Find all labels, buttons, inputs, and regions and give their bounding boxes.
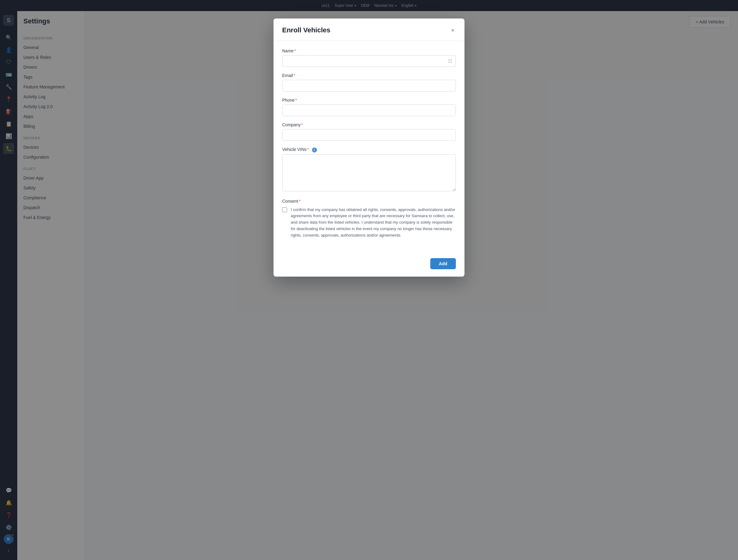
vehicle-vins-textarea[interactable] (282, 154, 456, 191)
email-input[interactable] (282, 80, 456, 91)
vehicle-vins-info-icon[interactable]: i (312, 148, 317, 153)
modal-body: Name* ☷ Email* Phone* (274, 41, 464, 253)
modal-title: Enroll Vehicles (282, 26, 331, 34)
consent-text: I confirm that my company has obtained a… (291, 207, 456, 239)
phone-label: Phone* (282, 98, 456, 102)
email-field-group: Email* (282, 73, 456, 91)
name-label: Name* (282, 48, 456, 53)
name-input[interactable] (282, 55, 456, 67)
enroll-vehicles-modal: Enroll Vehicles × Name* ☷ Email* (274, 18, 464, 277)
id-card-small-icon: ☷ (448, 58, 452, 64)
consent-checkbox-row: I confirm that my company has obtained a… (282, 207, 456, 239)
company-label: Company* (282, 122, 456, 127)
modal-header: Enroll Vehicles × (274, 18, 464, 41)
email-label: Email* (282, 73, 456, 78)
modal-add-button[interactable]: Add (430, 258, 456, 269)
modal-footer: Add (274, 253, 464, 277)
phone-input[interactable] (282, 104, 456, 116)
vehicle-vins-label: Vehicle VINs* i (282, 147, 456, 153)
consent-label: Consent* (282, 199, 456, 204)
modal-overlay[interactable]: Enroll Vehicles × Name* ☷ Email* (0, 0, 738, 560)
name-field-group: Name* ☷ (282, 48, 456, 67)
company-input[interactable] (282, 129, 456, 141)
vehicle-vins-field-group: Vehicle VINs* i (282, 147, 456, 193)
company-field-group: Company* (282, 122, 456, 141)
consent-group: Consent* I confirm that my company has o… (282, 199, 456, 239)
name-input-wrapper: ☷ (282, 55, 456, 67)
modal-close-button[interactable]: × (450, 26, 456, 34)
phone-field-group: Phone* (282, 98, 456, 116)
consent-checkbox[interactable] (282, 207, 287, 212)
